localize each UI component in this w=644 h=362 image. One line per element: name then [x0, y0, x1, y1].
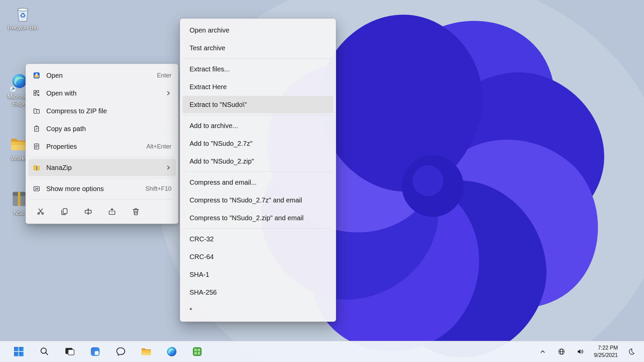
taskbar: 7:22 PM 9/25/2021 [0, 341, 644, 362]
menu-separator [184, 58, 331, 59]
menu-item-show-more-options[interactable]: Show more options Shift+F10 [28, 180, 176, 197]
menu-separator [184, 228, 331, 229]
rename-icon[interactable] [81, 204, 96, 219]
submenu-item-extract-here[interactable]: Extract Here [182, 78, 333, 96]
submenu-item-add-to-7z[interactable]: Add to "NSudo_2.7z" [182, 135, 333, 152]
task-view-button[interactable] [62, 344, 78, 360]
chevron-right-icon [165, 90, 171, 96]
copy-path-icon [33, 125, 41, 133]
file-explorer-icon [141, 346, 152, 357]
submenu-item-label: * [190, 306, 192, 314]
menu-item-nanazip[interactable]: NanaZip [28, 159, 176, 176]
nanazip-icon [33, 164, 41, 172]
submenu-item-test-archive[interactable]: Test archive [182, 39, 333, 57]
submenu-item-compress-zip-email[interactable]: Compress to "NSudo_2.zip" and email [182, 209, 333, 227]
green-grid-app-button[interactable] [189, 344, 205, 360]
search-button[interactable] [36, 344, 52, 360]
menu-item-label: Open [46, 72, 150, 79]
submenu-item-label: Extract Here [190, 83, 227, 91]
menu-item-copy-as-path[interactable]: Copy as path [28, 120, 176, 137]
properties-icon [33, 142, 41, 150]
cut-icon[interactable] [33, 204, 48, 219]
show-more-icon [33, 185, 41, 193]
submenu-item-label: Extract files... [190, 65, 230, 73]
focus-assist-button[interactable] [625, 344, 639, 359]
widgets-button[interactable] [87, 344, 103, 360]
chat-button[interactable] [113, 344, 129, 360]
menu-item-properties[interactable]: Properties Alt+Enter [28, 138, 176, 155]
menu-item-label: Compress to ZIP file [46, 107, 171, 115]
desktop-icon-label: NSu [13, 210, 24, 217]
clock-date: 9/25/2021 [594, 352, 618, 359]
submenu-item-extract-to[interactable]: Extract to "NSudo\" [182, 96, 333, 113]
hidden-icons-button[interactable] [536, 344, 550, 359]
edge-button[interactable] [164, 344, 180, 360]
desktop-icon-label: Works [11, 155, 27, 162]
desktop-icon-label: Recycle Bin [8, 24, 38, 32]
copy-icon[interactable] [57, 204, 72, 219]
volume-button[interactable] [573, 344, 587, 359]
speaker-icon [577, 348, 584, 355]
menu-item-label: Open with [46, 89, 165, 97]
menu-item-shortcut: Shift+F10 [139, 185, 171, 192]
submenu-item-compress-and-email[interactable]: Compress and email... [182, 174, 333, 191]
submenu-item-compress-7z-email[interactable]: Compress to "NSudo_2.7z" and email [182, 191, 333, 209]
desktop-icon-recycle-bin[interactable]: ♻ Recycle Bin [5, 4, 40, 32]
windows-logo-icon [13, 346, 24, 357]
menu-item-label: Properties [46, 143, 140, 150]
system-tray: 7:22 PM 9/25/2021 [536, 344, 644, 359]
network-button[interactable] [554, 344, 569, 359]
widgets-icon [90, 346, 101, 357]
submenu-item-label: Add to "NSudo_2.7z" [190, 140, 253, 147]
submenu-item-wildcard[interactable]: * [182, 301, 333, 319]
submenu-item-label: Test archive [190, 44, 225, 52]
taskbar-clock[interactable]: 7:22 PM 9/25/2021 [592, 344, 620, 359]
submenu-item-label: CRC-32 [190, 235, 214, 243]
submenu-item-open-archive[interactable]: Open archive [182, 21, 333, 39]
share-icon[interactable] [105, 204, 119, 219]
submenu-item-sha256[interactable]: SHA-256 [182, 284, 333, 301]
submenu-item-label: Compress to "NSudo_2.7z" and email [190, 196, 302, 204]
open-with-icon [33, 89, 41, 97]
chat-bubble-icon [115, 346, 126, 357]
submenu-item-label: Compress and email... [190, 179, 257, 186]
open-app-icon [33, 71, 41, 79]
menu-separator [30, 178, 174, 178]
menu-item-shortcut: Enter [150, 72, 171, 79]
submenu-item-label: SHA-1 [190, 271, 209, 279]
submenu-item-label: Extract to "NSudo\" [190, 101, 247, 109]
taskbar-app-icons [0, 344, 205, 360]
submenu-item-crc32[interactable]: CRC-32 [182, 230, 333, 248]
submenu-item-label: SHA-256 [190, 289, 217, 296]
delete-icon[interactable] [128, 204, 143, 219]
menu-separator [184, 115, 331, 115]
context-menu: Open Enter Open with Compress to ZIP fil… [25, 64, 178, 224]
submenu-item-label: Open archive [190, 26, 229, 34]
menu-item-open-with[interactable]: Open with [28, 84, 176, 102]
submenu-item-crc64[interactable]: CRC-64 [182, 248, 333, 265]
recycle-bin-icon: ♻ [13, 4, 32, 23]
submenu-item-label: Compress to "NSudo_2.zip" and email [190, 214, 304, 222]
task-view-icon [64, 346, 75, 357]
submenu-item-add-to-archive[interactable]: Add to archive... [182, 117, 333, 134]
menu-separator [184, 172, 331, 172]
submenu-item-extract-files[interactable]: Extract files... [182, 60, 333, 78]
quick-command-row [26, 201, 178, 221]
submenu-item-add-to-zip[interactable]: Add to "NSudo_2.zip" [182, 153, 333, 170]
submenu-item-sha1[interactable]: SHA-1 [182, 266, 333, 283]
menu-item-label: Show more options [46, 185, 139, 193]
clock-time: 7:22 PM [598, 344, 618, 352]
edge-icon [166, 346, 177, 357]
submenu-item-label: CRC-64 [190, 253, 214, 261]
submenu-item-label: Add to archive... [190, 122, 238, 130]
globe-network-icon [558, 348, 565, 355]
chevron-right-icon [165, 165, 171, 171]
zip-folder-icon [33, 107, 41, 115]
start-button[interactable] [11, 344, 27, 360]
svg-text:♻: ♻ [20, 11, 26, 19]
nanazip-submenu: Open archive Test archive Extract files.… [180, 18, 336, 322]
menu-item-compress-zip[interactable]: Compress to ZIP file [28, 102, 176, 120]
file-explorer-button[interactable] [138, 344, 154, 360]
menu-item-shortcut: Alt+Enter [140, 143, 171, 150]
menu-item-open[interactable]: Open Enter [28, 67, 176, 84]
